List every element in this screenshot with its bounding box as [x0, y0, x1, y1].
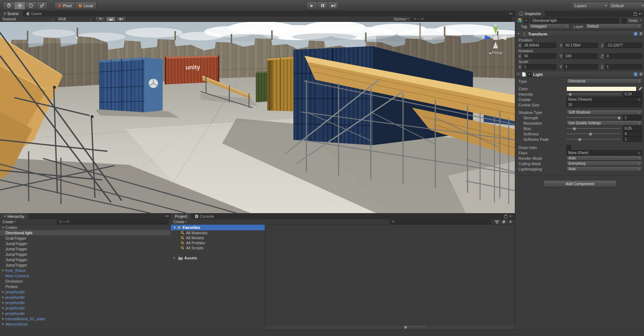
assets-folder-row[interactable]: ▶ Assets: [171, 255, 265, 261]
tag-dropdown[interactable]: Untagged ↕: [529, 24, 570, 29]
favorite-all-models[interactable]: All Models: [171, 235, 265, 240]
gear-icon[interactable]: ⚙: [639, 72, 643, 76]
scene-search-input[interactable]: ▾ All: [411, 17, 512, 21]
lock-icon[interactable]: [504, 215, 507, 218]
scale-z-field[interactable]: 1: [605, 64, 642, 69]
filter-by-type-icon[interactable]: [495, 220, 499, 224]
filter-by-label-icon[interactable]: [502, 220, 506, 224]
inspector-panel-menu[interactable]: ▾≡: [634, 11, 644, 16]
audio-toggle[interactable]: [116, 16, 126, 21]
strength-slider[interactable]: [566, 115, 620, 120]
local-toggle-button[interactable]: Local: [75, 1, 96, 10]
object-picker-icon[interactable]: ⊙: [638, 98, 640, 101]
hierarchy-item-prophurdle[interactable]: ▶propHurdle: [0, 311, 171, 316]
softness-value-field[interactable]: 4: [623, 131, 642, 136]
transform-component-header[interactable]: ▼ Transform ? ⚙: [515, 30, 644, 37]
hierarchy-item-main-camera[interactable]: Main Camera: [0, 273, 171, 278]
color-mode-dropdown[interactable]: RGB ↕: [56, 16, 94, 21]
scale-x-field[interactable]: 1: [522, 64, 556, 69]
project-create-button[interactable]: Create ▾: [171, 219, 189, 224]
favorites-row[interactable]: ▼ ★ Favorites: [171, 225, 265, 230]
hierarchy-panel-menu[interactable]: ▾≡: [165, 213, 171, 219]
draw-halo-checkbox[interactable]: [566, 145, 571, 150]
play-button[interactable]: ▶: [306, 1, 317, 10]
tab-project[interactable]: Project: [171, 213, 191, 219]
hierarchy-item-jumptrigger[interactable]: JumpTrigger: [0, 262, 171, 268]
skybox-fx-toggle[interactable]: [106, 16, 116, 21]
softness-slider[interactable]: [566, 131, 620, 136]
render-mode-dropdown[interactable]: Auto ↕: [566, 155, 642, 161]
tab-game[interactable]: Game: [23, 11, 46, 16]
move-tool-button[interactable]: [14, 1, 25, 10]
rotation-z-field[interactable]: 0: [605, 53, 642, 59]
rotation-x-field[interactable]: 50: [522, 53, 556, 59]
tab-console[interactable]: Console: [191, 213, 218, 219]
scene-panel-menu[interactable]: ▾≡: [509, 11, 515, 16]
light-color-swatch[interactable]: [566, 86, 636, 91]
favorite-all-prefabs[interactable]: All Prefabs: [171, 240, 265, 245]
foldout-arrow-icon[interactable]: ▼: [517, 73, 521, 76]
gizmos-dropdown[interactable]: Gizmos ▾: [394, 17, 409, 21]
gear-icon[interactable]: ⚙: [639, 32, 643, 36]
hierarchy-item-tutorialarena[interactable]: ▶tutorialArena_01_static: [0, 316, 171, 321]
rotation-y-field[interactable]: 330: [564, 53, 597, 59]
cookie-object-field[interactable]: None (Texture) ⊙: [566, 97, 642, 102]
scene-viewport[interactable]: unity: [0, 22, 515, 213]
layout-dropdown[interactable]: Default ▾: [608, 2, 644, 9]
hierarchy-create-button[interactable]: Create ▾: [0, 219, 18, 224]
hierarchy-item-jumptrigger[interactable]: JumpTrigger: [0, 257, 171, 262]
pivot-toggle-button[interactable]: Pivot: [54, 1, 75, 10]
lightmapping-dropdown[interactable]: Auto ↕: [566, 166, 642, 172]
layers-dropdown[interactable]: Layers ▾: [572, 2, 610, 9]
position-y-field[interactable]: 50.17864: [564, 43, 597, 48]
favorite-all-scripts[interactable]: All Scripts: [171, 245, 265, 250]
expand-arrow-icon[interactable]: ▶: [1, 269, 5, 272]
expand-arrow-icon[interactable]: ▶: [172, 256, 177, 259]
shadow-type-dropdown[interactable]: Soft Shadows ↕: [566, 110, 642, 115]
light-enabled-checkbox[interactable]: ✓: [527, 72, 532, 77]
hierarchy-item-grabtrigger[interactable]: GrabTrigger: [0, 235, 171, 241]
lighting-toggle[interactable]: ☀: [96, 16, 105, 21]
expand-arrow-icon[interactable]: ▶: [1, 317, 5, 320]
bias-value-field[interactable]: 0.05: [623, 126, 642, 131]
expand-arrow-icon[interactable]: ▶: [1, 323, 5, 326]
expand-arrow-icon[interactable]: ▶: [1, 291, 5, 293]
favorite-all-materials[interactable]: All Materials: [171, 230, 265, 235]
axis-orientation-gizmo[interactable]: y z ◀ Persp: [480, 23, 511, 58]
hierarchy-item-prophurdle[interactable]: ▶propHurdle: [0, 300, 171, 305]
expand-arrow-icon[interactable]: ▶: [1, 226, 5, 229]
hierarchy-item-probes[interactable]: Probes: [0, 284, 171, 289]
hierarchy-item-prophurdle[interactable]: ▶propHurdle: [0, 305, 171, 311]
project-panel-menu[interactable]: ▾≡: [504, 213, 515, 219]
help-icon[interactable]: ?: [634, 72, 638, 76]
gameobject-enabled-checkbox[interactable]: ✓: [524, 18, 529, 23]
scale-y-field[interactable]: 1: [564, 64, 597, 69]
intensity-value-field[interactable]: 0.24: [623, 91, 642, 97]
position-x-field[interactable]: 28.00644: [522, 43, 556, 48]
position-z-field[interactable]: -13.12677: [605, 43, 642, 48]
tab-scene[interactable]: # Scene: [0, 11, 23, 16]
hierarchy-search-input[interactable]: ▾ All: [57, 220, 169, 224]
tab-inspector[interactable]: i Inspector: [515, 11, 545, 16]
hierarchy-item-jumptrigger[interactable]: JumpTrigger: [0, 241, 171, 246]
expand-arrow-icon[interactable]: ▶: [1, 307, 5, 309]
hierarchy-item-jumptrigger[interactable]: JumpTrigger: [0, 251, 171, 257]
resolution-dropdown[interactable]: Use Quality Settings ↕: [566, 120, 642, 126]
expand-arrow-icon[interactable]: ▶: [1, 312, 5, 315]
project-search-input[interactable]: [389, 220, 492, 224]
eyedropper-icon[interactable]: [638, 87, 642, 91]
light-type-dropdown[interactable]: Directional ↕: [566, 78, 642, 84]
light-component-header[interactable]: ▼ ✓ Light ? ⚙: [515, 71, 644, 78]
foldout-arrow-icon[interactable]: ▼: [517, 32, 521, 35]
softness-fade-value-field[interactable]: 1: [623, 136, 642, 142]
gameobject-name-field[interactable]: Directional light: [531, 18, 619, 23]
add-component-button[interactable]: Add Component: [543, 180, 616, 187]
strength-value-field[interactable]: 1: [623, 115, 642, 120]
object-picker-icon[interactable]: ⊙: [638, 151, 640, 155]
tab-hierarchy[interactable]: ≡ Hierarchy: [0, 213, 28, 219]
favorites-star-icon[interactable]: ★: [508, 220, 512, 224]
bias-slider[interactable]: [566, 126, 620, 131]
step-button[interactable]: ▶: [328, 1, 339, 10]
hierarchy-item-jumptrigger[interactable]: JumpTrigger: [0, 246, 171, 251]
draw-mode-dropdown[interactable]: Textured ↕: [0, 16, 56, 21]
